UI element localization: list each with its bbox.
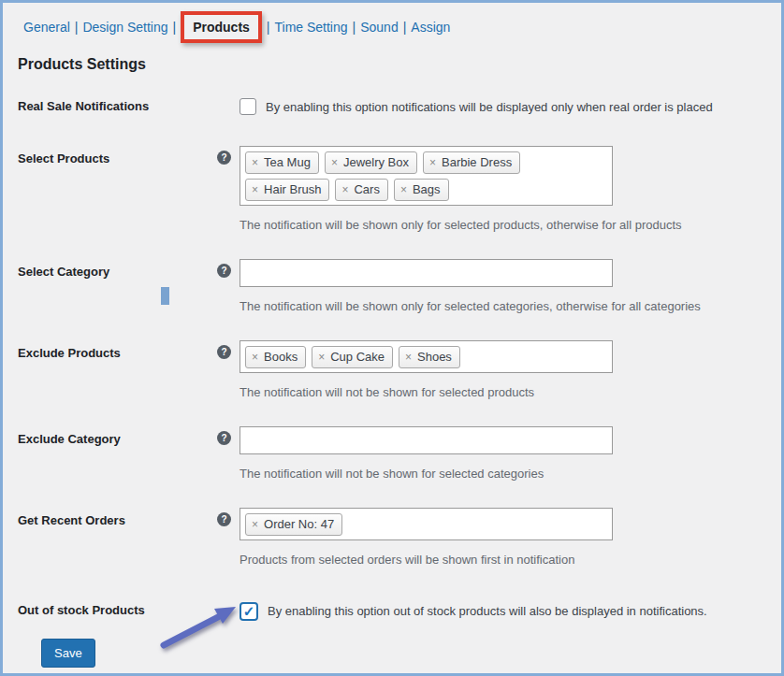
remove-tag-icon[interactable]: × xyxy=(429,156,436,169)
help-text: The notification will be shown only for … xyxy=(240,299,781,313)
exclude-category-row: Exclude Category ? The notification will… xyxy=(18,426,781,481)
remove-tag-icon[interactable]: × xyxy=(400,183,407,196)
exclude-category-input[interactable] xyxy=(240,426,613,454)
remove-tag-icon[interactable]: × xyxy=(252,518,258,531)
nav-separator: | xyxy=(403,20,407,35)
remove-tag-icon[interactable]: × xyxy=(252,351,258,364)
nav-separator: | xyxy=(75,20,79,35)
checkbox-description: By enabling this option out of stock pro… xyxy=(268,601,707,618)
save-button[interactable]: Save xyxy=(41,639,95,668)
exclude-products-row: Exclude Products ? ×Books×Cup Cake×Shoes… xyxy=(18,340,781,399)
exclude-products-input[interactable]: ×Books×Cup Cake×Shoes xyxy=(240,340,613,373)
field-label: Select Products xyxy=(18,146,217,165)
products-settings-panel: General | Design Setting | Products | Ti… xyxy=(0,0,784,676)
checkbox-description: By enabling this option notifications wi… xyxy=(266,97,713,114)
field-label: Exclude Category xyxy=(18,426,217,446)
remove-tag-icon[interactable]: × xyxy=(405,351,412,364)
select-category-row: Select Category ? The notification will … xyxy=(18,259,781,313)
help-icon[interactable]: ? xyxy=(217,151,231,165)
field-label: Exclude Products xyxy=(18,340,217,360)
nav-separator: | xyxy=(267,20,270,35)
field-label: Get Recent Orders xyxy=(18,508,217,527)
tab-assign[interactable]: Assign xyxy=(411,20,450,35)
help-text: The notification will not be shown for s… xyxy=(240,385,781,399)
tag-chip[interactable]: ×Books xyxy=(245,346,306,368)
help-text: The notification will be shown only for … xyxy=(240,218,781,232)
real-sale-notifications-row: Real Sale Notifications By enabling this… xyxy=(18,97,781,115)
select-category-input[interactable] xyxy=(240,259,613,287)
help-icon[interactable]: ? xyxy=(217,431,231,445)
remove-tag-icon[interactable]: × xyxy=(252,183,258,196)
field-label: Select Category xyxy=(18,259,217,279)
tab-products[interactable]: Products xyxy=(193,20,250,35)
help-text: Products from selected orders will be sh… xyxy=(240,553,781,567)
real-sale-checkbox[interactable] xyxy=(240,98,256,115)
settings-tab-nav: General | Design Setting | Products | Ti… xyxy=(20,7,781,48)
tag-chip[interactable]: ×Bags xyxy=(394,179,449,201)
remove-tag-icon[interactable]: × xyxy=(252,156,258,169)
tag-chip[interactable]: ×Hair Brush xyxy=(245,179,329,201)
tag-chip[interactable]: ×Order No: 47 xyxy=(245,513,342,536)
help-icon[interactable]: ? xyxy=(217,264,231,278)
tab-general[interactable]: General xyxy=(23,20,70,35)
tag-chip[interactable]: ×Shoes xyxy=(399,346,460,368)
settings-form: Real Sale Notifications By enabling this… xyxy=(18,97,781,668)
tab-design-setting[interactable]: Design Setting xyxy=(82,20,167,35)
field-label: Real Sale Notifications xyxy=(18,97,240,113)
out-of-stock-row: Out of stock Products ✓ By enabling this… xyxy=(18,601,781,621)
tag-chip[interactable]: ×Cup Cake xyxy=(312,346,393,368)
select-products-input[interactable]: ×Tea Mug×Jewelry Box×Barbie Dress×Hair B… xyxy=(240,146,613,206)
highlight-box: Products xyxy=(181,11,262,43)
get-recent-orders-input[interactable]: ×Order No: 47 xyxy=(240,508,613,540)
field-label: Out of stock Products xyxy=(18,601,240,617)
select-products-row: Select Products ? ×Tea Mug×Jewelry Box×B… xyxy=(18,146,781,232)
out-of-stock-checkbox[interactable]: ✓ xyxy=(240,602,258,621)
remove-tag-icon[interactable]: × xyxy=(331,156,338,169)
tag-chip[interactable]: ×Tea Mug xyxy=(245,151,319,174)
tag-chip[interactable]: ×Barbie Dress xyxy=(423,151,520,174)
help-text: The notification will not be shown for s… xyxy=(240,467,781,481)
remove-tag-icon[interactable]: × xyxy=(318,351,325,364)
nav-separator: | xyxy=(173,20,177,35)
help-icon[interactable]: ? xyxy=(217,345,231,359)
tab-sound[interactable]: Sound xyxy=(360,20,398,35)
remove-tag-icon[interactable]: × xyxy=(341,183,348,196)
tag-chip[interactable]: ×Cars xyxy=(335,179,387,201)
help-icon[interactable]: ? xyxy=(217,512,231,526)
blue-marker xyxy=(161,287,169,305)
get-recent-orders-row: Get Recent Orders ? ×Order No: 47 Produc… xyxy=(18,508,781,567)
tab-time-setting[interactable]: Time Setting xyxy=(274,20,347,35)
tag-chip[interactable]: ×Jewelry Box xyxy=(325,151,417,174)
nav-separator: | xyxy=(353,20,356,35)
page-title: Products Settings xyxy=(18,56,781,73)
